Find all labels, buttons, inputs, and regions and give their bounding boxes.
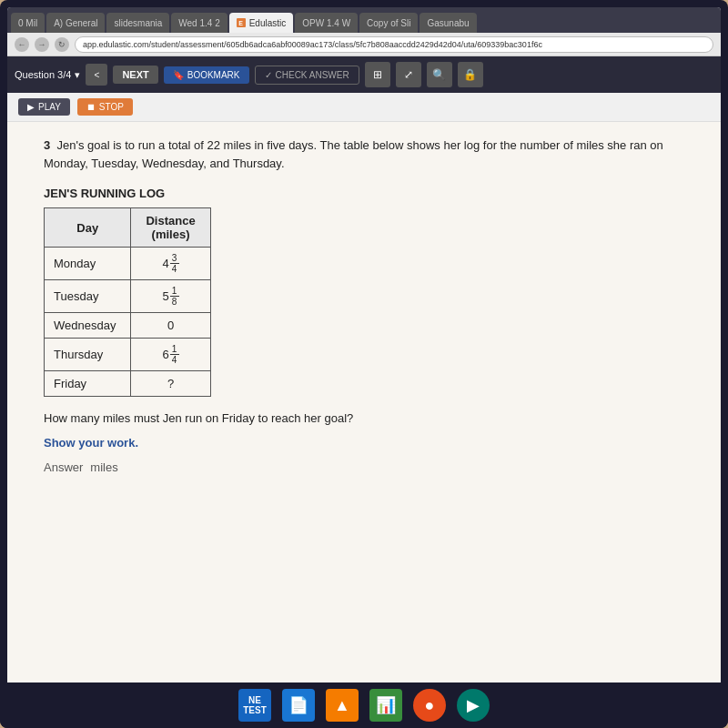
- dropdown-icon: ▾: [75, 69, 80, 81]
- play-label: PLAY: [38, 102, 61, 112]
- question-text: 3 Jen's goal is to run a total of 22 mil…: [44, 136, 703, 172]
- tab-slides-label: slidesmania: [114, 18, 162, 28]
- table-row: Friday ?: [45, 371, 211, 397]
- table-row: Wednesday 0: [45, 313, 211, 339]
- tab-opw[interactable]: OPW 1.4 W: [295, 13, 358, 33]
- prev-button[interactable]: <: [86, 64, 107, 86]
- dist-tuesday: 5 1 8: [131, 280, 210, 313]
- bookmark-label: BOOKMARK: [187, 70, 240, 80]
- tab-slides[interactable]: slidesmania: [106, 13, 169, 33]
- col-distance: Distance(miles): [131, 208, 210, 248]
- bookmark-button[interactable]: 🔖 BOOKMARK: [164, 66, 249, 84]
- check-label: CHECK ANSWER: [276, 70, 349, 80]
- tab-bar: 0 Mil A) General slidesmania Wed 1.4 2 E…: [7, 7, 721, 33]
- taskbar-sheets[interactable]: 📊: [369, 689, 402, 722]
- question-indicator: Question 3/4 ▾: [15, 69, 80, 81]
- tab-general-label: A) General: [54, 18, 97, 28]
- table-row: Thursday 6 1 4: [45, 339, 211, 371]
- show-work-link[interactable]: Show your work.: [44, 436, 703, 450]
- tab-edulastic-label: Edulastic: [249, 18, 287, 28]
- table-header-row: Day Distance(miles): [45, 208, 211, 248]
- play-bar: ▶ PLAY ⏹ STOP: [7, 93, 721, 122]
- tab-wed-label: Wed 1.4 2: [178, 18, 219, 28]
- play-icon: ▶: [27, 102, 35, 112]
- tab-gas-label: Gasunabu: [427, 18, 469, 28]
- back-button[interactable]: ←: [15, 37, 29, 52]
- sub-question: How many miles must Jen run on Friday to…: [44, 411, 703, 425]
- stop-icon: ⏹: [86, 102, 96, 112]
- expand-button[interactable]: ⤢: [396, 62, 421, 87]
- stop-button[interactable]: ⏹ STOP: [77, 98, 133, 116]
- check-answer-button[interactable]: ✓ CHECK ANSWER: [255, 66, 359, 85]
- forward-button[interactable]: →: [35, 37, 49, 52]
- tab-wed[interactable]: Wed 1.4 2: [171, 13, 227, 33]
- zoom-button[interactable]: 🔍: [427, 62, 452, 87]
- table-title: JEN'S RUNNING LOG: [44, 187, 703, 200]
- play-button[interactable]: ▶ PLAY: [18, 98, 70, 116]
- dist-thursday: 6 1 4: [131, 339, 210, 371]
- day-thursday: Thursday: [45, 339, 131, 371]
- answer-unit: miles: [90, 460, 117, 474]
- url-box[interactable]: app.edulastic.com/student/assessment/605…: [75, 36, 713, 53]
- main-content: 3 Jen's goal is to run a total of 22 mil…: [7, 122, 721, 699]
- check-icon: ✓: [265, 70, 272, 80]
- dist-monday: 4 3 4: [131, 248, 210, 280]
- refresh-button[interactable]: ↻: [55, 37, 69, 52]
- day-tuesday: Tuesday: [45, 280, 131, 313]
- day-friday: Friday: [45, 371, 131, 397]
- taskbar-drive[interactable]: ▲: [326, 689, 359, 722]
- content-wrapper: 3 Jen's goal is to run a total of 22 mil…: [25, 136, 703, 474]
- tab-0mil-label: 0 Mil: [18, 18, 37, 28]
- tab-opw-label: OPW 1.4 W: [302, 18, 350, 28]
- question-label: Question 3/4: [15, 69, 71, 80]
- taskbar-docs[interactable]: 📄: [282, 689, 315, 722]
- taskbar-netest[interactable]: NETEST: [238, 689, 271, 722]
- taskbar-play[interactable]: ▶: [457, 689, 490, 722]
- running-table: Day Distance(miles) Monday 4 3: [44, 207, 211, 397]
- col-day: Day: [45, 208, 131, 248]
- next-button[interactable]: NEXT: [113, 66, 157, 84]
- bookmark-icon: 🔖: [173, 70, 184, 80]
- address-bar: ← → ↻ app.edulastic.com/student/assessme…: [7, 33, 721, 56]
- question-number: 3: [44, 138, 50, 152]
- assessment-toolbar: Question 3/4 ▾ < NEXT 🔖 BOOKMARK ✓ CHECK…: [7, 56, 721, 93]
- tab-0mil[interactable]: 0 Mil: [11, 13, 45, 33]
- answer-label: Answer: [44, 460, 83, 474]
- day-wednesday: Wednesday: [45, 313, 131, 339]
- tab-gas[interactable]: Gasunabu: [420, 13, 476, 33]
- taskbar-chrome[interactable]: ●: [413, 689, 446, 722]
- tab-copy-label: Copy of Sli: [367, 18, 410, 28]
- day-monday: Monday: [45, 248, 131, 280]
- edulastic-favicon: E: [237, 18, 246, 27]
- dist-wednesday: 0: [131, 313, 210, 339]
- grid-button[interactable]: ⊞: [365, 62, 390, 87]
- tab-copy[interactable]: Copy of Sli: [359, 13, 418, 33]
- stop-label: STOP: [99, 102, 124, 112]
- answer-row: Answer miles: [44, 460, 703, 474]
- table-row: Tuesday 5 1 8: [45, 280, 211, 313]
- table-row: Monday 4 3 4: [45, 248, 211, 280]
- lock-button[interactable]: 🔒: [458, 62, 483, 87]
- url-text: app.edulastic.com/student/assessment/605…: [83, 40, 542, 49]
- tab-edulastic[interactable]: E Edulastic: [229, 13, 294, 33]
- taskbar: NETEST 📄 ▲ 📊 ● ▶: [0, 682, 728, 728]
- tab-general[interactable]: A) General: [46, 13, 105, 33]
- dist-friday: ?: [131, 371, 210, 397]
